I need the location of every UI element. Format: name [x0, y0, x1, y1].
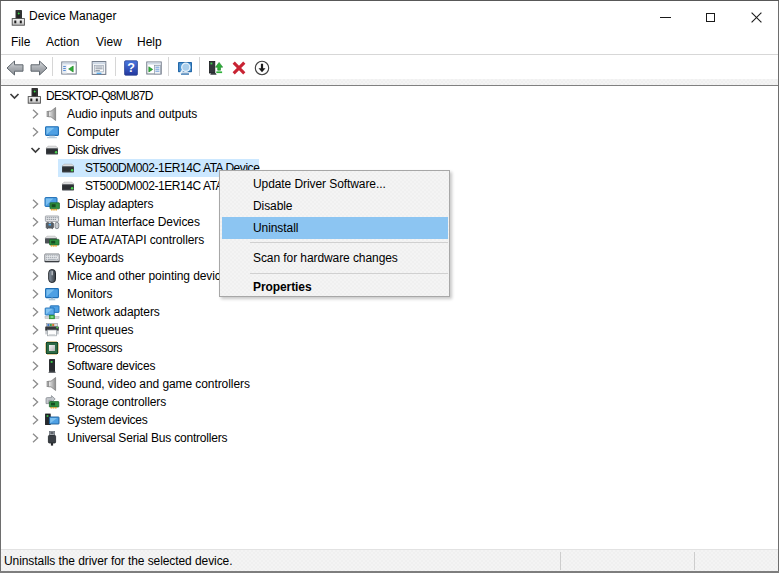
svg-text:?: ?: [127, 61, 135, 75]
